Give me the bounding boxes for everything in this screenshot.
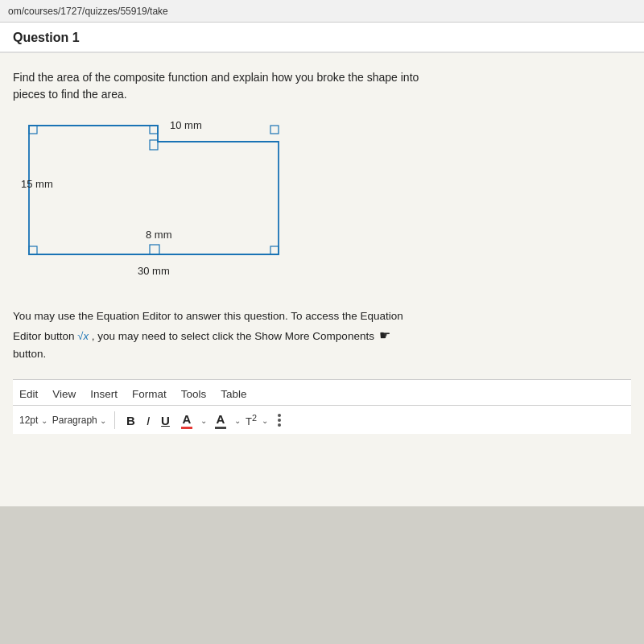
note-line3: , you may need to select click the Show … [92, 330, 374, 342]
question-body: Find the area of the composite function … [0, 53, 644, 506]
font-color-chevron[interactable]: ⌄ [200, 416, 207, 425]
toolbar-separator-1 [114, 411, 115, 429]
equation-note: You may use the Equation Editor to answe… [13, 308, 592, 363]
underline-button[interactable]: U [158, 412, 173, 429]
superscript-button[interactable]: T2 [246, 413, 257, 427]
highlight-label: A [217, 412, 225, 426]
svg-rect-3 [270, 246, 279, 254]
question-text: Find the area of the composite function … [13, 69, 631, 103]
menu-view[interactable]: View [52, 388, 76, 400]
paragraph-chevron: ⌄ [100, 416, 106, 425]
svg-rect-6 [150, 140, 158, 150]
highlight-button[interactable]: A [212, 411, 229, 431]
highlight-chevron[interactable]: ⌄ [234, 416, 241, 425]
menu-format[interactable]: Format [132, 388, 167, 400]
question-line1: Find the area of the composite function … [13, 71, 419, 84]
superscript-symbol: 2 [252, 413, 257, 423]
italic-button[interactable]: I [143, 412, 153, 429]
editor-toolbar: Edit View Insert Format Tools Table 12pt… [13, 379, 631, 434]
svg-rect-2 [270, 126, 279, 134]
toolbar-divider [13, 405, 631, 406]
font-size-selector[interactable]: 12pt ⌄ [19, 415, 47, 426]
font-color-button[interactable]: A [178, 411, 196, 431]
editor-content-area[interactable] [13, 434, 631, 498]
cursor-icon: ☛ [379, 325, 390, 346]
svg-rect-1 [29, 126, 37, 134]
bold-button[interactable]: B [123, 412, 138, 429]
menu-bar: Edit View Insert Format Tools Table [13, 385, 631, 403]
dot-3 [278, 423, 281, 427]
formatting-bar: 12pt ⌄ Paragraph ⌄ B I U A ⌄ [13, 407, 631, 434]
dim-left: 15 mm [21, 178, 53, 190]
superscript-chevron[interactable]: ⌄ [262, 416, 268, 425]
note-line1: You may use the Equation Editor to answe… [13, 310, 403, 322]
svg-rect-0 [150, 245, 159, 254]
note-line2: Editor button [13, 330, 75, 342]
menu-table[interactable]: Table [221, 388, 246, 400]
menu-insert[interactable]: Insert [90, 388, 118, 400]
composite-shape-figure: 15 mm 10 mm 8 mm 30 mm [21, 118, 295, 295]
font-size-chevron: ⌄ [41, 416, 47, 425]
menu-edit[interactable]: Edit [19, 388, 38, 400]
question-card: Question 1 Find the area of the composit… [0, 23, 644, 506]
menu-tools[interactable]: Tools [181, 388, 207, 400]
note-line4: button. [13, 348, 46, 360]
sqrt-symbol: √x [77, 330, 89, 342]
svg-rect-5 [150, 126, 158, 134]
font-color-bar [181, 427, 192, 429]
dim-inner-bottom: 8 mm [146, 229, 172, 241]
highlight-color-bar [215, 427, 226, 429]
font-color-label: A [183, 412, 192, 426]
more-options-button[interactable] [278, 414, 281, 427]
svg-rect-4 [29, 246, 37, 254]
question-number: Question 1 [13, 31, 80, 44]
url-text: om/courses/1727/quizzes/55919/take [8, 6, 168, 17]
dot-1 [278, 414, 281, 417]
dim-top: 10 mm [170, 119, 202, 131]
dim-bottom: 30 mm [138, 265, 170, 277]
paragraph-selector[interactable]: Paragraph ⌄ [52, 415, 106, 426]
dot-2 [278, 419, 281, 422]
browser-address-bar: om/courses/1727/quizzes/55919/take [0, 0, 644, 23]
question-header: Question 1 [0, 23, 644, 53]
question-line2: pieces to find the area. [13, 88, 127, 101]
